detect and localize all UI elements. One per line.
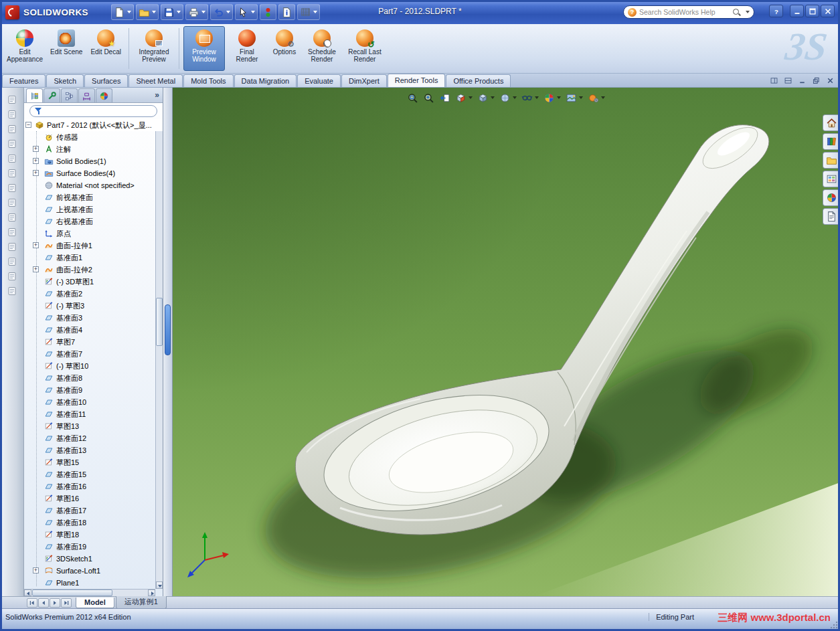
left-toolbar-button[interactable] [3, 210, 21, 224]
dropdown-caret-icon[interactable] [469, 96, 473, 99]
tree-item[interactable]: 草图7 [24, 336, 163, 348]
tree-item[interactable]: 基准面19 [24, 541, 163, 553]
viewport-3d-scene[interactable] [173, 88, 840, 596]
tree-item[interactable]: 基准面4 [24, 324, 163, 336]
scroll-right-icon[interactable] [148, 590, 155, 596]
tree-item[interactable]: 基准面3 [24, 312, 163, 324]
tree-item[interactable]: Plane1 [24, 577, 163, 589]
tree-horizontal-scrollbar[interactable] [24, 589, 155, 596]
next-button[interactable] [50, 598, 60, 608]
design-library-button[interactable] [823, 133, 840, 150]
tab-model[interactable]: Model [76, 598, 114, 608]
search-input[interactable] [639, 8, 730, 16]
search-icon[interactable] [732, 8, 741, 17]
dropdown-caret-icon[interactable] [601, 96, 605, 99]
tree-item[interactable]: 基准面8 [24, 372, 163, 384]
left-toolbar-button[interactable] [3, 92, 21, 106]
open-button[interactable] [136, 4, 159, 20]
tree-root[interactable]: Part7 - 2012 (默认<<默认>_显... [24, 119, 163, 131]
edit-appearance-button[interactable] [542, 91, 562, 104]
tree-item[interactable]: 曲面-拉伸1 [24, 240, 163, 252]
expand-toggle-icon[interactable] [33, 158, 39, 164]
integrated-preview-button[interactable]: Integrated Preview [133, 26, 175, 71]
displaymanager-tab[interactable] [96, 88, 112, 102]
left-toolbar-button[interactable] [3, 151, 21, 165]
overflow-chevron-icon[interactable] [155, 90, 159, 100]
tree-item[interactable]: 曲面-拉伸2 [24, 264, 163, 276]
restore-button[interactable] [811, 76, 822, 86]
tab-render-tools[interactable]: Render Tools [388, 74, 446, 87]
tree-item[interactable]: (-) 3D草图1 [24, 276, 163, 288]
left-toolbar-button[interactable] [3, 166, 21, 180]
tab-features[interactable]: Features [2, 74, 46, 87]
zoom-fit-button[interactable] [406, 91, 420, 104]
left-toolbar-button[interactable] [3, 122, 21, 136]
tree-item[interactable]: 基准面2 [24, 288, 163, 300]
dropdown-caret-icon[interactable] [535, 96, 539, 99]
view-orientation-button[interactable] [476, 91, 496, 104]
edit-scene-button[interactable]: Edit Scene [47, 26, 86, 71]
custom-properties-button[interactable] [823, 208, 840, 225]
dropdown-caret-icon[interactable] [127, 11, 131, 13]
tree-item[interactable]: Material <not specified> [24, 179, 163, 191]
left-toolbar-button[interactable] [3, 195, 21, 209]
propertymanager-tab[interactable] [44, 88, 60, 102]
expand-toggle-icon[interactable] [33, 242, 39, 248]
display-style-button[interactable] [498, 91, 518, 104]
print-button[interactable] [185, 4, 208, 20]
tab-dimxpert[interactable]: DimXpert [341, 74, 387, 87]
panel-splitter[interactable] [163, 88, 173, 596]
tree-item[interactable]: 上视基准面 [24, 203, 163, 215]
dropdown-caret-icon[interactable] [513, 96, 517, 99]
tab-evaluate[interactable]: Evaluate [297, 74, 341, 87]
dimxpertmanager-tab[interactable] [78, 88, 95, 102]
dropdown-caret-icon[interactable] [313, 11, 317, 13]
vertical-scrollbar-thumb[interactable] [156, 298, 163, 346]
collapse-toggle-icon[interactable] [25, 122, 31, 128]
tree-item[interactable]: 基准面13 [24, 444, 163, 456]
view-settings-button[interactable] [586, 91, 606, 104]
left-toolbar-button[interactable] [3, 181, 21, 195]
apply-scene-button[interactable] [564, 91, 584, 104]
minimize-button[interactable] [790, 5, 804, 17]
edit-decal-button[interactable]: Edit Decal [87, 26, 124, 71]
tree-item[interactable]: 基准面16 [24, 480, 163, 492]
final-render-button[interactable]: Final Render [226, 26, 268, 71]
dropdown-caret-icon[interactable] [177, 11, 181, 13]
horizontal-scrollbar-thumb[interactable] [32, 590, 112, 596]
tab-sketch[interactable]: Sketch [46, 74, 84, 87]
left-toolbar-button[interactable] [3, 284, 21, 298]
tree-item[interactable]: Solid Bodies(1) [24, 155, 163, 167]
undo-button[interactable] [210, 4, 233, 20]
tab-office-products[interactable]: Office Products [446, 74, 511, 87]
tab-surfaces[interactable]: Surfaces [84, 74, 128, 87]
left-toolbar-button[interactable] [3, 269, 21, 283]
tree-item[interactable]: 草图13 [24, 420, 163, 432]
tree-item[interactable]: 3DSketch1 [24, 553, 163, 565]
tree-item[interactable]: 基准面7 [24, 348, 163, 360]
tree-item[interactable]: 注解 [24, 143, 163, 155]
dropdown-caret-icon[interactable] [152, 11, 156, 13]
select-button[interactable] [235, 4, 258, 20]
scroll-left-icon[interactable] [24, 590, 31, 596]
file-explorer-button[interactable] [823, 152, 840, 169]
zoom-area-button[interactable] [422, 91, 436, 104]
close-button[interactable] [821, 5, 835, 17]
options-button[interactable]: Options [269, 26, 300, 71]
tree-item[interactable]: 草图16 [24, 492, 163, 505]
minimize-button[interactable] [796, 76, 808, 86]
tree-item[interactable]: 基准面9 [24, 384, 163, 396]
configurationmanager-tab[interactable] [61, 88, 78, 102]
tree-item[interactable]: 基准面10 [24, 396, 163, 408]
previous-button[interactable] [38, 598, 49, 608]
tab-data-migration[interactable]: Data Migration [234, 74, 297, 87]
expand-toggle-icon[interactable] [33, 170, 39, 176]
splitter-handle[interactable] [165, 304, 171, 355]
tree-item[interactable]: Surface Bodies(4) [24, 167, 163, 179]
tree-item[interactable]: 基准面18 [24, 517, 163, 529]
recall-last-render-button[interactable]: Recall Last Render [344, 26, 386, 71]
first-button[interactable] [27, 598, 37, 608]
edit-appearance-button[interactable]: Edit Appearance [4, 26, 46, 71]
tree-item[interactable]: 基准面1 [24, 252, 163, 264]
appearances-scenes-button[interactable] [823, 189, 840, 206]
